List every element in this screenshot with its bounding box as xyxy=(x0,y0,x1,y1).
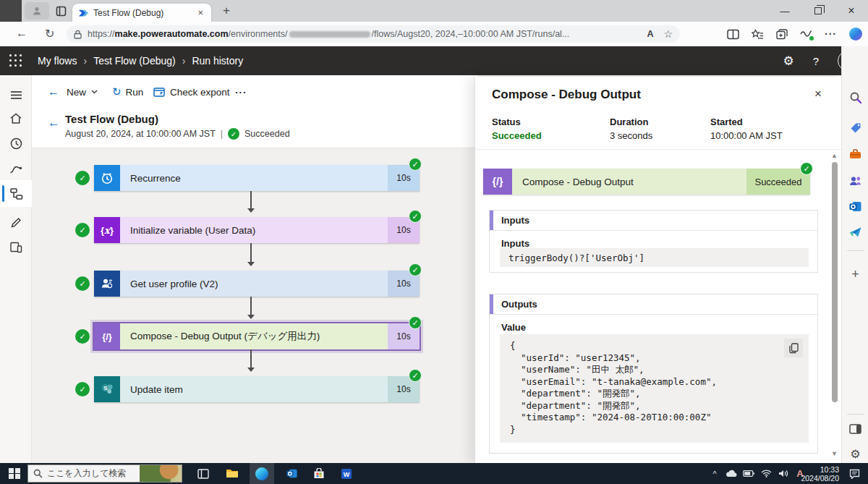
file-explorer-button[interactable] xyxy=(221,463,243,484)
devices-icon xyxy=(9,241,22,253)
nav-home-button[interactable] xyxy=(0,106,32,130)
outputs-code[interactable]: { "userId": "user12345", "userName": "田中… xyxy=(500,334,809,443)
variable-icon: {x} xyxy=(94,217,120,243)
sidebar-settings-button[interactable]: ⚙ xyxy=(842,443,868,464)
url-path-rest: /flows/Augst20, 2024,–10:00:00 AM JST/ru… xyxy=(372,29,570,39)
flow-node-recurrence[interactable]: ✓ Recurrence 10s ✓ xyxy=(94,165,420,191)
back-icon[interactable]: ← xyxy=(16,27,27,40)
collections-icon[interactable] xyxy=(776,29,788,40)
breadcrumb-flow-name[interactable]: Test Flow (Debug) xyxy=(93,55,176,67)
app-launcher-icon[interactable] xyxy=(9,54,22,67)
sidebar-drop-button[interactable] xyxy=(842,221,868,243)
toolbar-more-button[interactable]: ··· xyxy=(235,82,247,101)
search-placeholder: ここを入力して検索 xyxy=(47,467,140,480)
browser-tab[interactable]: Test Flow (Debug) × xyxy=(72,4,211,22)
pen-icon xyxy=(10,216,22,229)
sidebar-add-button[interactable]: + xyxy=(842,263,868,285)
panel-title: Compose - Debug Output xyxy=(492,88,641,102)
nav-monitor-button[interactable] xyxy=(0,234,32,259)
favorite-star-icon[interactable]: ☆ xyxy=(663,28,673,40)
browser-tab-strip: Test Flow (Debug) × + — × xyxy=(0,0,868,22)
run-label: Run xyxy=(126,87,144,98)
panel-action-card[interactable]: {/} Compose - Debug Output Succeeded xyxy=(483,169,810,195)
clock-time: 10:33 xyxy=(801,465,839,474)
task-view-button[interactable] xyxy=(192,463,214,484)
nav-create-button[interactable] xyxy=(0,156,32,181)
outlook-taskbar-button[interactable] xyxy=(281,463,302,484)
read-aloud-icon[interactable]: A xyxy=(647,29,653,39)
refresh-icon[interactable]: ↻ xyxy=(45,27,54,41)
sidebar-tools-button[interactable] xyxy=(842,143,868,164)
minimize-button[interactable]: — xyxy=(768,0,801,22)
new-tab-button[interactable]: + xyxy=(218,3,234,19)
code-line: { xyxy=(510,340,809,352)
panel-close-icon[interactable]: × xyxy=(814,87,822,101)
restore-icon xyxy=(814,7,822,14)
onedrive-tray-icon[interactable] xyxy=(723,463,739,484)
inputs-code[interactable]: triggerBody()?['UserObj'] xyxy=(500,248,809,267)
more-menu-icon[interactable]: ··· xyxy=(825,28,837,40)
taskbar-search-box[interactable]: ここを入力して検索 xyxy=(27,464,182,483)
outputs-header[interactable]: Outputs xyxy=(490,294,817,315)
flow-connector-arrow xyxy=(250,297,252,318)
volume-tray-icon[interactable] xyxy=(775,463,791,484)
run-title: Test Flow (Debug) xyxy=(65,113,158,125)
sidebar-outlook-button[interactable] xyxy=(842,195,868,217)
breadcrumb-my-flows[interactable]: My flows xyxy=(38,55,77,67)
search-highlight-image[interactable] xyxy=(140,464,182,483)
run-refresh-icon: ↻ xyxy=(112,85,122,98)
nav-templates-button[interactable] xyxy=(0,210,32,234)
run-back-arrow-icon[interactable]: ← xyxy=(48,116,60,130)
sidebar-shopping-button[interactable] xyxy=(842,117,868,139)
panel-scrollbar[interactable] xyxy=(832,162,838,402)
taskbar-clock[interactable]: 10:33 2024/08/20 xyxy=(801,465,839,483)
scroll-down-arrow[interactable]: ▼ xyxy=(831,450,838,457)
action-center-button[interactable] xyxy=(845,463,864,484)
browser-profile-button[interactable] xyxy=(25,2,49,20)
browser-essentials-icon[interactable] xyxy=(800,29,812,39)
settings-gear-icon[interactable]: ⚙ xyxy=(783,54,793,69)
help-icon[interactable]: ? xyxy=(813,55,819,67)
tray-expand-button[interactable]: ^ xyxy=(707,463,722,484)
wifi-icon xyxy=(761,470,772,477)
run-button[interactable]: ↻ Run xyxy=(112,82,143,101)
word-button[interactable]: W xyxy=(336,463,357,484)
edge-browser-button[interactable] xyxy=(250,463,274,484)
success-check-icon: ✓ xyxy=(228,128,239,140)
node-label: Get user profile (V2) xyxy=(120,271,388,297)
close-button[interactable]: × xyxy=(835,0,868,22)
scroll-up-arrow[interactable]: ▲ xyxy=(831,152,838,159)
split-screen-icon[interactable] xyxy=(727,29,739,40)
node-label: Recurrence xyxy=(120,165,388,191)
nav-activity-button[interactable] xyxy=(0,131,32,156)
check-export-button[interactable]: Check expont xyxy=(153,82,230,101)
workspaces-button[interactable] xyxy=(52,4,69,18)
copy-button[interactable] xyxy=(784,339,803,357)
sidebar-search-button[interactable] xyxy=(842,87,868,109)
battery-tray-icon[interactable] xyxy=(741,463,757,484)
breadcrumb: My flows › Test Flow (Debug) › Run histo… xyxy=(38,46,243,75)
nav-my-flows-button[interactable] xyxy=(0,180,32,207)
restore-button[interactable] xyxy=(801,0,835,22)
sidebar-toggle-button[interactable] xyxy=(842,418,868,440)
wifi-tray-icon[interactable] xyxy=(758,463,774,484)
new-run-button[interactable]: New xyxy=(67,82,98,101)
breadcrumb-run-history[interactable]: Run history xyxy=(192,55,243,67)
sidebar-people-button[interactable] xyxy=(842,169,868,191)
address-bar[interactable]: https://make.powerautomate.com/environme… xyxy=(67,25,680,43)
tab-close-icon[interactable]: × xyxy=(195,7,205,18)
code-line: } xyxy=(510,424,809,436)
flow-node-get-user-profile[interactable]: ✓ Get user profile (V2) 10s ✓ xyxy=(94,271,420,297)
start-button[interactable] xyxy=(4,463,25,484)
inputs-header[interactable]: Inputs xyxy=(490,211,817,231)
flow-node-initialize-variable[interactable]: ✓ {x} Initialize variable (User Data) 10… xyxy=(94,217,420,243)
toolbar-back-button[interactable]: ← xyxy=(48,82,59,101)
copilot-icon[interactable] xyxy=(849,27,862,41)
breadcrumb-separator: › xyxy=(83,55,87,67)
store-button[interactable] xyxy=(308,463,330,484)
favorites-hub-icon[interactable] xyxy=(752,29,764,40)
nav-menu-button[interactable] xyxy=(0,82,32,107)
flow-node-update-item[interactable]: ✓ S Update item 10s ✓ xyxy=(94,376,420,402)
flow-canvas[interactable] xyxy=(32,148,477,463)
flow-node-compose-debug-output[interactable]: ✓ {/} Compose - Debug Output (デバッグ用出力) 1… xyxy=(94,323,420,349)
